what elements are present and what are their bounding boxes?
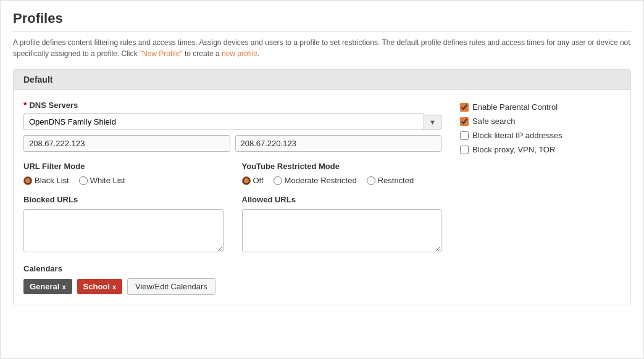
safe-search-label: Safe search — [472, 117, 515, 126]
calendar-tag-general[interactable]: General x — [23, 279, 72, 294]
allowed-urls-label: Allowed URLs — [242, 195, 442, 204]
block-proxy-checkbox[interactable] — [460, 146, 469, 154]
block-proxy-row: Block proxy, VPN, TOR — [460, 145, 621, 154]
calendar-tag-general-close[interactable]: x — [62, 283, 65, 291]
url-filter-radio-group: Black List White List — [23, 176, 224, 185]
new-profile-link2[interactable]: new profile — [222, 49, 257, 58]
calendar-tag-school-close[interactable]: x — [112, 283, 116, 291]
blocked-urls-textarea[interactable] — [23, 209, 224, 252]
safe-search-row: Safe search — [460, 117, 621, 126]
allowed-urls-textarea[interactable] — [242, 209, 442, 252]
youtube-mode-label: YouTube Restricted Mode — [242, 162, 442, 171]
allowed-urls-block: Allowed URLs — [242, 195, 442, 254]
youtube-moderate-radio[interactable] — [274, 176, 282, 185]
view-edit-calendars-button[interactable]: View/Edit Calendars — [127, 278, 215, 295]
dns-ip1-input[interactable] — [23, 135, 230, 152]
youtube-mode-block: YouTube Restricted Mode Off Moderate Res… — [242, 162, 442, 185]
blocked-urls-block: Blocked URLs — [23, 195, 224, 254]
youtube-off-label[interactable]: Off — [242, 176, 264, 185]
youtube-restricted-label[interactable]: Restricted — [367, 176, 414, 185]
dns-ip-row — [23, 135, 441, 152]
whitelist-radio[interactable] — [79, 176, 88, 185]
dns-select-row: OpenDNS Family Shield ▼ — [23, 113, 441, 130]
youtube-moderate-label[interactable]: Moderate Restricted — [274, 176, 357, 185]
page-title: Profiles — [13, 10, 631, 32]
dns-select[interactable]: OpenDNS Family Shield — [23, 113, 424, 130]
required-star: * — [23, 100, 27, 110]
col-right: Enable Parental Control Safe search Bloc… — [460, 100, 621, 295]
calendar-tag-general-label: General — [30, 282, 59, 291]
blacklist-radio-label[interactable]: Black List — [23, 176, 69, 185]
youtube-moderate-text: Moderate Restricted — [285, 176, 357, 185]
calendar-tag-school[interactable]: School x — [77, 279, 122, 294]
calendars-section: Calendars General x School x Vie — [23, 264, 441, 295]
main-two-col: * DNS Servers OpenDNS Family Shield ▼ — [23, 100, 621, 295]
calendar-tag-school-label: School — [83, 282, 110, 291]
blocked-urls-label: Blocked URLs — [23, 195, 224, 204]
url-filter-label: URL Filter Mode — [23, 162, 224, 171]
filter-mode-row: URL Filter Mode Black List White List — [23, 162, 441, 185]
desc-text-3: . — [257, 49, 259, 58]
dns-select-arrow-icon[interactable]: ▼ — [424, 115, 441, 130]
youtube-restricted-radio[interactable] — [367, 176, 375, 185]
calendars-label: Calendars — [23, 264, 441, 273]
profile-card-header: Default — [14, 70, 630, 90]
enable-parental-label: Enable Parental Control — [472, 102, 558, 112]
dns-label-text: DNS Servers — [29, 101, 78, 110]
profile-card-body: * DNS Servers OpenDNS Family Shield ▼ — [14, 90, 630, 305]
blacklist-label-text: Black List — [35, 176, 69, 185]
block-literal-ip-row: Block literal IP addresses — [460, 131, 621, 140]
dns-servers-label: * DNS Servers — [23, 100, 441, 110]
block-literal-ip-label: Block literal IP addresses — [472, 131, 562, 140]
calendars-row: General x School x View/Edit Calendars — [23, 278, 441, 295]
youtube-off-text: Off — [253, 176, 264, 185]
desc-text-1: A profile defines content filtering rule… — [13, 38, 630, 58]
safe-search-checkbox[interactable] — [460, 117, 469, 126]
blacklist-radio[interactable] — [23, 176, 32, 185]
new-profile-link[interactable]: "New Profile" — [140, 49, 183, 58]
page-container: Profiles A profile defines content filte… — [0, 0, 644, 359]
view-edit-calendars-label: View/Edit Calendars — [135, 282, 207, 291]
urls-row: Blocked URLs Allowed URLs — [23, 195, 441, 254]
enable-parental-checkbox[interactable] — [460, 103, 469, 112]
whitelist-radio-label[interactable]: White List — [79, 176, 125, 185]
block-literal-ip-checkbox[interactable] — [460, 131, 469, 140]
youtube-off-radio[interactable] — [242, 176, 251, 185]
block-proxy-label: Block proxy, VPN, TOR — [472, 145, 555, 154]
url-filter-block: URL Filter Mode Black List White List — [23, 162, 224, 185]
desc-text-2: to create a — [183, 49, 222, 58]
enable-parental-row: Enable Parental Control — [460, 102, 621, 112]
youtube-restricted-text: Restricted — [378, 176, 414, 185]
youtube-radio-group: Off Moderate Restricted Restricted — [242, 176, 442, 185]
whitelist-label-text: White List — [90, 176, 125, 185]
profile-card: Default * DNS Servers OpenDNS Family Shi… — [13, 69, 631, 305]
profile-header-label: Default — [23, 75, 52, 85]
col-left: * DNS Servers OpenDNS Family Shield ▼ — [23, 100, 441, 295]
dns-ip2-input[interactable] — [235, 135, 442, 152]
page-description: A profile defines content filtering rule… — [13, 37, 631, 59]
